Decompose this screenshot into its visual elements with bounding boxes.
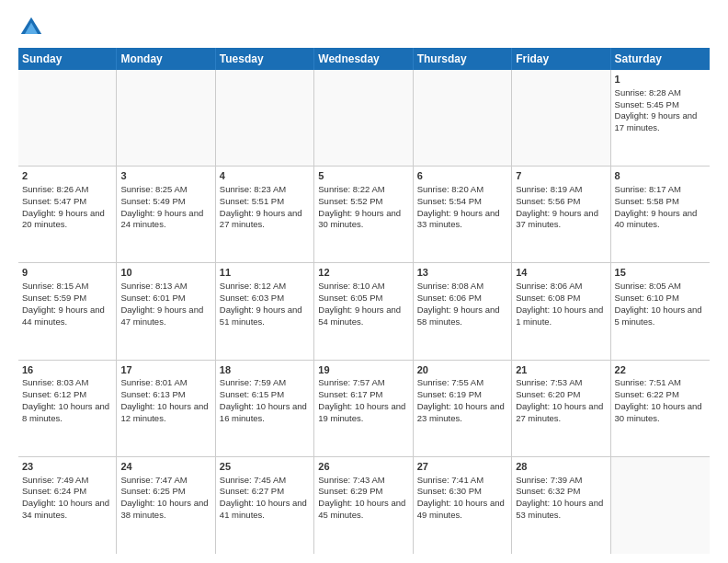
cal-cell (512, 70, 610, 166)
day-info: Sunrise: 8:08 AM (417, 281, 507, 293)
day-info: Daylight: 10 hours and 19 minutes. (318, 401, 408, 425)
cal-cell (216, 70, 314, 166)
day-info: Sunset: 6:19 PM (417, 389, 507, 401)
day-info: Sunrise: 7:45 AM (220, 475, 310, 487)
day-info: Daylight: 9 hours and 17 minutes. (615, 110, 706, 134)
day-info: Sunset: 6:29 PM (318, 486, 408, 498)
day-info: Daylight: 9 hours and 27 minutes. (220, 208, 310, 232)
day-info: Sunrise: 7:55 AM (417, 377, 507, 389)
day-number: 22 (615, 363, 706, 377)
cal-cell (414, 70, 512, 166)
day-info: Sunset: 5:51 PM (220, 196, 310, 208)
day-number: 9 (22, 266, 112, 280)
header (18, 15, 710, 40)
day-info: Sunset: 6:03 PM (220, 293, 310, 304)
day-info: Sunrise: 7:59 AM (220, 377, 310, 389)
day-info: Sunrise: 8:05 AM (615, 281, 706, 293)
day-number: 16 (22, 363, 112, 377)
header-day-sunday: Sunday (18, 48, 117, 70)
cal-cell: 3Sunrise: 8:25 AMSunset: 5:49 PMDaylight… (117, 167, 215, 262)
day-info: Sunrise: 8:03 AM (22, 377, 112, 389)
day-number: 19 (318, 363, 408, 377)
cal-cell (117, 70, 215, 166)
day-info: Sunset: 6:30 PM (417, 486, 507, 498)
cal-cell (314, 70, 413, 166)
day-number: 15 (615, 266, 706, 280)
cal-cell: 2Sunrise: 8:26 AMSunset: 5:47 PMDaylight… (18, 167, 117, 262)
calendar-header: SundayMondayTuesdayWednesdayThursdayFrid… (18, 48, 710, 70)
day-info: Sunset: 6:15 PM (220, 389, 310, 401)
day-info: Daylight: 10 hours and 30 minutes. (615, 401, 706, 425)
cal-cell: 10Sunrise: 8:13 AMSunset: 6:01 PMDayligh… (117, 263, 215, 359)
day-number: 11 (220, 266, 310, 280)
day-info: Sunrise: 8:19 AM (516, 184, 606, 196)
cal-cell: 4Sunrise: 8:23 AMSunset: 5:51 PMDaylight… (216, 167, 314, 262)
day-info: Sunset: 6:24 PM (22, 486, 112, 498)
day-info: Sunrise: 8:25 AM (120, 184, 210, 196)
day-info: Sunset: 6:08 PM (516, 293, 606, 304)
day-info: Sunset: 6:22 PM (615, 389, 706, 401)
day-info: Sunrise: 7:43 AM (318, 475, 408, 487)
day-info: Daylight: 9 hours and 47 minutes. (120, 304, 210, 328)
day-info: Sunrise: 8:20 AM (417, 184, 507, 196)
day-info: Sunrise: 8:26 AM (22, 184, 112, 196)
header-day-tuesday: Tuesday (216, 48, 314, 70)
day-info: Sunrise: 8:12 AM (220, 281, 310, 293)
day-info: Daylight: 10 hours and 38 minutes. (120, 498, 210, 522)
cal-cell: 9Sunrise: 8:15 AMSunset: 5:59 PMDaylight… (18, 263, 117, 359)
day-info: Daylight: 10 hours and 12 minutes. (120, 401, 210, 425)
day-info: Daylight: 10 hours and 5 minutes. (615, 304, 706, 328)
day-number: 7 (516, 169, 606, 183)
day-info: Sunset: 5:52 PM (318, 196, 408, 208)
day-number: 8 (615, 169, 706, 183)
day-info: Daylight: 9 hours and 24 minutes. (120, 208, 210, 232)
day-info: Sunset: 5:58 PM (615, 196, 706, 208)
day-info: Sunrise: 8:15 AM (22, 281, 112, 293)
day-info: Sunset: 6:12 PM (22, 389, 112, 401)
day-number: 1 (615, 73, 706, 86)
cal-cell: 5Sunrise: 8:22 AMSunset: 5:52 PMDaylight… (314, 167, 413, 262)
day-info: Sunrise: 8:28 AM (615, 87, 706, 99)
day-info: Sunrise: 7:51 AM (615, 377, 706, 389)
day-info: Sunrise: 8:13 AM (120, 281, 210, 293)
page: SundayMondayTuesdayWednesdayThursdayFrid… (0, 0, 728, 563)
header-day-thursday: Thursday (414, 48, 512, 70)
day-info: Sunset: 5:49 PM (120, 196, 210, 208)
day-number: 23 (22, 460, 112, 474)
cal-cell (611, 457, 710, 554)
day-info: Sunrise: 7:39 AM (516, 475, 606, 487)
cal-cell: 11Sunrise: 8:12 AMSunset: 6:03 PMDayligh… (216, 263, 314, 359)
day-info: Sunrise: 7:49 AM (22, 475, 112, 487)
day-info: Sunrise: 7:53 AM (516, 377, 606, 389)
day-number: 27 (417, 460, 507, 474)
cal-cell: 16Sunrise: 8:03 AMSunset: 6:12 PMDayligh… (18, 361, 117, 456)
cal-cell: 1Sunrise: 8:28 AMSunset: 5:45 PMDaylight… (611, 70, 710, 166)
day-number: 5 (318, 169, 408, 183)
day-info: Daylight: 10 hours and 8 minutes. (22, 401, 112, 425)
week-row-1: 1Sunrise: 8:28 AMSunset: 5:45 PMDaylight… (18, 70, 710, 167)
cal-cell: 22Sunrise: 7:51 AMSunset: 6:22 PMDayligh… (611, 361, 710, 456)
cal-cell: 8Sunrise: 8:17 AMSunset: 5:58 PMDaylight… (611, 167, 710, 262)
day-info: Sunset: 5:45 PM (615, 99, 706, 111)
day-number: 13 (417, 266, 507, 280)
day-info: Sunset: 5:59 PM (22, 293, 112, 304)
header-day-wednesday: Wednesday (314, 48, 413, 70)
day-number: 3 (120, 169, 210, 183)
day-info: Sunset: 6:06 PM (417, 293, 507, 304)
day-info: Sunset: 5:56 PM (516, 196, 606, 208)
logo-icon (18, 15, 44, 40)
cal-cell: 26Sunrise: 7:43 AMSunset: 6:29 PMDayligh… (314, 457, 413, 554)
day-number: 14 (516, 266, 606, 280)
day-info: Daylight: 10 hours and 23 minutes. (417, 401, 507, 425)
day-number: 26 (318, 460, 408, 474)
cal-cell: 28Sunrise: 7:39 AMSunset: 6:32 PMDayligh… (512, 457, 610, 554)
week-row-4: 16Sunrise: 8:03 AMSunset: 6:12 PMDayligh… (18, 361, 710, 457)
cal-cell: 7Sunrise: 8:19 AMSunset: 5:56 PMDaylight… (512, 167, 610, 262)
day-info: Daylight: 10 hours and 34 minutes. (22, 498, 112, 522)
cal-cell: 17Sunrise: 8:01 AMSunset: 6:13 PMDayligh… (117, 361, 215, 456)
day-info: Sunset: 6:20 PM (516, 389, 606, 401)
day-info: Sunset: 6:17 PM (318, 389, 408, 401)
day-info: Daylight: 9 hours and 58 minutes. (417, 304, 507, 328)
day-number: 28 (516, 460, 606, 474)
day-info: Sunset: 5:47 PM (22, 196, 112, 208)
